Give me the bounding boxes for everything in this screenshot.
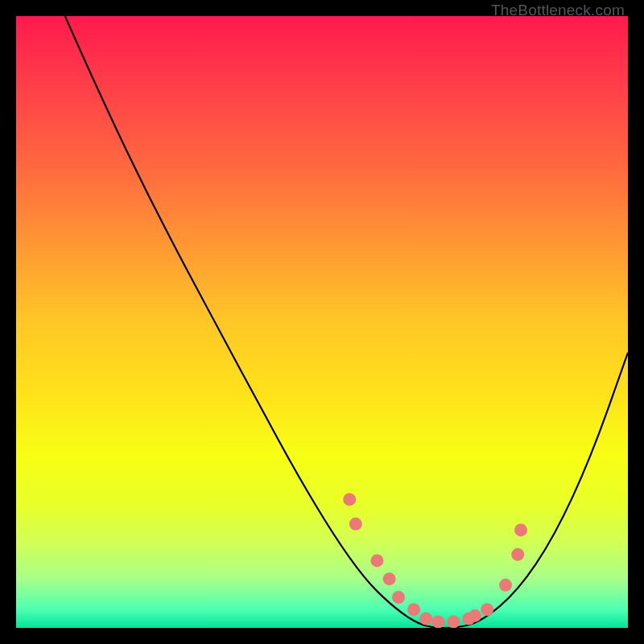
marker-dot <box>349 518 362 530</box>
plot-area <box>16 16 628 628</box>
chart-frame <box>16 16 628 628</box>
marker-dots <box>343 493 527 628</box>
marker-dot <box>481 603 493 616</box>
main-curve <box>65 16 628 628</box>
marker-dot <box>447 615 460 628</box>
marker-dot <box>469 609 481 622</box>
marker-dot <box>511 548 524 561</box>
chart-svg <box>16 16 628 628</box>
marker-dot <box>407 603 420 616</box>
marker-dot <box>383 572 396 585</box>
marker-dot <box>419 613 432 625</box>
marker-dot <box>514 523 527 536</box>
marker-dot <box>370 554 383 567</box>
marker-dot <box>499 579 512 592</box>
marker-dot <box>392 591 405 604</box>
marker-dot <box>431 615 444 628</box>
marker-dot <box>343 493 356 506</box>
